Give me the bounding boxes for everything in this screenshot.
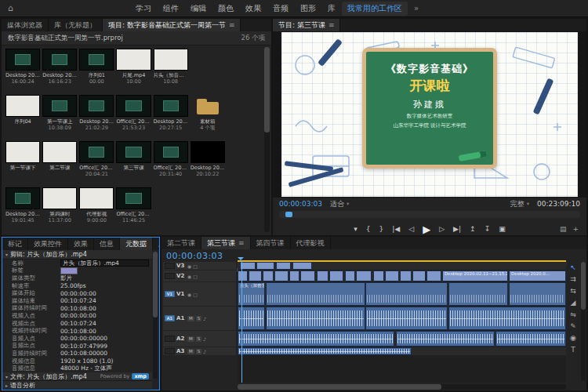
project-item[interactable]: 片头（加音乐）... 10:08 bbox=[154, 47, 188, 93]
audio-clip[interactable] bbox=[495, 331, 566, 347]
metadata-value[interactable]: 影片 bbox=[60, 274, 149, 282]
video-track-header[interactable]: V1 V1 ◉ ▢ bbox=[163, 282, 236, 306]
video-clip[interactable] bbox=[426, 270, 441, 281]
video-clip[interactable] bbox=[400, 270, 412, 281]
current-timecode[interactable]: 00:00:03:03 bbox=[279, 200, 322, 208]
project-item[interactable]: 第四课时 11:37:00 bbox=[42, 186, 77, 231]
project-item-thumbnail[interactable] bbox=[79, 95, 114, 117]
track-output-eye-icon[interactable]: ◉ bbox=[187, 263, 191, 269]
metadata-value[interactable]: 00:10:07:24 bbox=[60, 320, 149, 327]
metadata-value[interactable]: 25.00fps bbox=[60, 282, 149, 289]
metadata-value[interactable]: 片头（加音乐）.mp4 bbox=[60, 260, 149, 267]
panel-menu-icon[interactable]: ≡ bbox=[238, 239, 245, 247]
track-output-eye-icon[interactable]: ◉ bbox=[187, 274, 191, 279]
project-item-thumbnail[interactable] bbox=[79, 49, 114, 71]
project-item-thumbnail[interactable] bbox=[154, 49, 188, 71]
metadata-scrollbar[interactable] bbox=[153, 252, 158, 379]
project-item-thumbnail[interactable] bbox=[191, 141, 225, 163]
video-clip[interactable] bbox=[289, 270, 299, 281]
mute-button[interactable]: M bbox=[187, 336, 194, 342]
project-item[interactable]: 素材箱 4 个项 bbox=[191, 93, 225, 139]
metadata-value[interactable]: 00:00:00:00000 bbox=[60, 335, 149, 342]
video-clip[interactable]: Desktop 2020.0... bbox=[509, 270, 566, 281]
mark-out-icon[interactable]: } bbox=[379, 225, 384, 233]
project-scrollbar[interactable] bbox=[264, 47, 270, 232]
workspace-tab[interactable]: 音频 bbox=[267, 2, 294, 16]
project-item-thumbnail[interactable] bbox=[79, 141, 114, 163]
video-clip[interactable] bbox=[266, 282, 365, 306]
project-item[interactable]: 第一节课上 10:38:09 bbox=[42, 93, 77, 139]
slip-tool-icon[interactable]: ⇋ bbox=[570, 310, 576, 318]
lift-icon[interactable]: ↥ bbox=[470, 225, 476, 233]
go-to-in-icon[interactable]: |◀ bbox=[392, 225, 400, 233]
audio-track-header[interactable]: A1 A1 M S ♪ bbox=[163, 307, 236, 330]
inspector-tab[interactable]: 信息 bbox=[94, 238, 120, 250]
export-frame-icon[interactable]: ▣ bbox=[499, 225, 506, 233]
video-clip[interactable] bbox=[365, 282, 448, 306]
project-item[interactable]: Office汇 2020.0... 21:53:23 bbox=[116, 93, 151, 139]
solo-button[interactable]: S bbox=[196, 349, 202, 354]
metadata-value[interactable]: 00:10:07:47999 bbox=[60, 343, 149, 350]
project-item-thumbnail[interactable] bbox=[154, 141, 188, 163]
project-item-thumbnail[interactable] bbox=[42, 141, 77, 163]
project-item[interactable]: Office汇 2020.0... 20:04:21 bbox=[79, 140, 114, 185]
video-track-header[interactable]: V2 ◉ ▢ bbox=[163, 270, 236, 281]
metadata-value[interactable]: 48000 Hz - 立体声 bbox=[60, 365, 149, 372]
project-item-thumbnail[interactable] bbox=[154, 95, 188, 117]
mute-button[interactable]: M bbox=[187, 349, 194, 354]
project-item-thumbnail[interactable] bbox=[116, 187, 151, 209]
video-clip[interactable] bbox=[276, 262, 291, 270]
mark-in-icon[interactable]: { bbox=[366, 225, 371, 233]
project-item-thumbnail[interactable] bbox=[191, 95, 225, 117]
project-item[interactable]: 片尾.mp4 10:00 bbox=[116, 47, 151, 93]
timeline-playhead[interactable] bbox=[241, 260, 242, 383]
video-clip[interactable] bbox=[345, 270, 355, 281]
add-marker-icon[interactable]: ▾ bbox=[354, 225, 358, 233]
project-item[interactable]: 序列01 00:00 bbox=[79, 47, 114, 93]
source-patch[interactable]: V1 bbox=[165, 291, 175, 297]
workspace-tab[interactable]: 效果 bbox=[240, 2, 267, 16]
video-clip[interactable] bbox=[256, 262, 274, 270]
workspace-tab[interactable]: 学习 bbox=[130, 2, 157, 16]
workspace-tab[interactable]: 图形 bbox=[295, 2, 321, 16]
video-track-header[interactable]: V3 ◉ ▢ bbox=[163, 262, 236, 270]
monitor-scrub-bar[interactable] bbox=[279, 211, 580, 218]
project-item[interactable]: Office汇 2020.0... 20:31:40 bbox=[154, 140, 188, 185]
metadata-value[interactable]: 00:00:00:00 bbox=[60, 290, 149, 297]
video-clip[interactable] bbox=[412, 270, 426, 281]
mic-icon[interactable]: ♪ bbox=[203, 316, 206, 321]
project-item[interactable]: Desktop 2020.02... 16:00:24 bbox=[5, 47, 40, 93]
timeline-horizontal-scrollbar[interactable] bbox=[238, 384, 566, 390]
inspector-tab[interactable]: 元数据 bbox=[120, 238, 153, 250]
settings-menu-icon[interactable]: ▤ bbox=[560, 225, 567, 233]
project-panel-tab[interactable]: 项目: 数字影音基础正式第一周第一节≡ bbox=[103, 19, 241, 31]
solo-button[interactable]: S bbox=[196, 336, 202, 342]
audio-clip[interactable] bbox=[238, 347, 412, 355]
project-item[interactable]: Desktop 2020.02... 20:27:15 bbox=[154, 93, 188, 139]
mute-button[interactable]: M bbox=[187, 316, 194, 321]
audio-track-header[interactable]: A3 M S ♪ bbox=[163, 347, 236, 355]
clip-metadata-header[interactable]: 剪辑: 片头（加音乐）.mp4 bbox=[2, 250, 152, 260]
project-item-thumbnail[interactable] bbox=[42, 49, 77, 71]
project-item-thumbnail[interactable] bbox=[116, 49, 151, 71]
project-item-thumbnail[interactable] bbox=[5, 95, 40, 117]
project-item-thumbnail[interactable] bbox=[42, 187, 77, 209]
workspace-tab[interactable]: » bbox=[408, 2, 424, 14]
video-clip[interactable] bbox=[238, 270, 248, 281]
button-editor-icon[interactable]: + bbox=[572, 225, 579, 233]
video-clip[interactable]: Desktop 2020.02.11~21.15.27.4 bbox=[442, 270, 508, 281]
project-item[interactable]: Desktop 2020.02... 16:16:23 bbox=[42, 47, 77, 93]
go-to-out-icon[interactable]: ▶| bbox=[453, 225, 461, 233]
home-icon[interactable]: ⌂ bbox=[8, 3, 13, 13]
sequence-tab[interactable]: 第三节课≡ bbox=[201, 237, 251, 249]
selection-tool-icon[interactable]: ↖ bbox=[570, 263, 576, 271]
workspace-tab[interactable]: 库 bbox=[322, 2, 341, 16]
video-clip[interactable] bbox=[509, 282, 566, 306]
video-clip[interactable] bbox=[274, 270, 289, 281]
project-breadcrumb[interactable]: 数字影音基础正式第一周第一节.prproj bbox=[8, 34, 123, 43]
project-item[interactable]: Desktop 2020.02... 20:10:22 bbox=[191, 140, 225, 185]
monitor-playhead[interactable] bbox=[285, 212, 292, 217]
workspace-tab[interactable]: 编辑 bbox=[185, 2, 212, 16]
project-item[interactable]: Desktop 2020.02... 21:02:29 bbox=[79, 93, 114, 139]
step-forward-icon[interactable]: ▷ bbox=[439, 225, 445, 233]
